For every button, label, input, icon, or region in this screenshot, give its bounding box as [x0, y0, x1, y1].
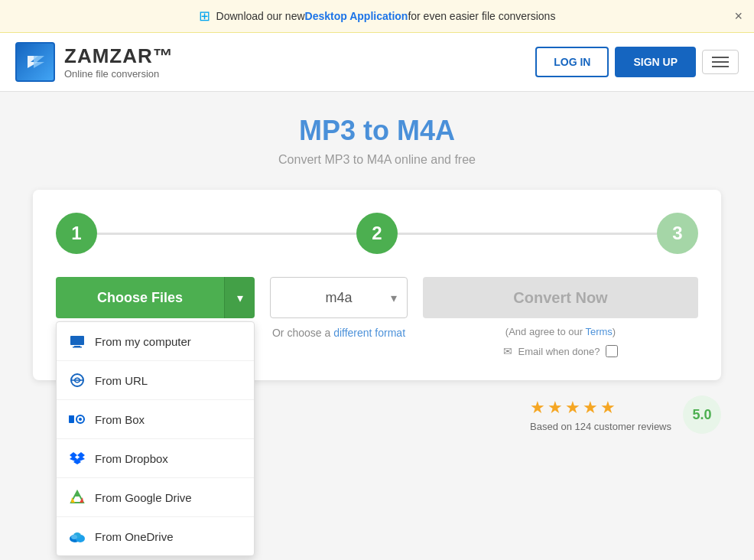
- zamzar-logo-icon: [15, 42, 55, 82]
- windows-icon: ⊞: [199, 8, 210, 24]
- signup-button[interactable]: SIGN UP: [615, 47, 696, 77]
- rating-text: Based on 124 customer reviews: [530, 421, 671, 432]
- star-5: ★: [600, 398, 616, 418]
- choose-files-area: Choose Files ▾: [56, 277, 255, 318]
- url-icon: [69, 372, 86, 389]
- choose-files-dropdown-arrow[interactable]: ▾: [224, 277, 255, 318]
- terms-link[interactable]: Terms: [585, 326, 612, 337]
- desktop-app-link[interactable]: Desktop Application: [305, 10, 408, 22]
- menu-bar-2: [712, 61, 729, 63]
- svg-rect-2: [70, 336, 84, 345]
- star-4: ★: [583, 398, 598, 418]
- step-1-circle: 1: [56, 213, 97, 254]
- star-1: ★: [530, 398, 545, 418]
- score-badge: 5.0: [683, 396, 721, 434]
- svg-rect-4: [73, 347, 82, 348]
- steps-row: 1 2 3: [56, 213, 698, 254]
- star-3: ★: [565, 398, 580, 418]
- format-select-wrapper: m4a mp3 aac wav ogg flac ▾: [270, 277, 408, 318]
- dropdown-item-computer-label: From my computer: [95, 335, 191, 348]
- format-hint: Or choose a different format: [272, 326, 405, 341]
- dropbox-icon: [69, 450, 86, 467]
- format-select[interactable]: m4a mp3 aac wav ogg flac: [270, 277, 408, 318]
- step-3-circle: 3: [657, 213, 698, 254]
- step-spacer-2: [398, 233, 657, 235]
- menu-bar-3: [712, 66, 729, 67]
- logo-title: ZAMZAR™: [64, 44, 174, 68]
- dropdown-item-computer[interactable]: From my computer: [57, 322, 254, 361]
- svg-marker-1: [34, 56, 44, 68]
- dropdown-item-gdrive-label: From Google Drive: [95, 491, 192, 504]
- svg-point-10: [79, 418, 82, 421]
- page-subtitle: Convert MP3 to M4A online and free: [278, 153, 476, 167]
- email-when-done-checkbox[interactable]: [606, 345, 618, 357]
- convert-area: Convert Now (And agree to our Terms) ✉ E…: [423, 277, 698, 357]
- box-icon: [69, 411, 86, 428]
- choose-files-dropdown-menu: From my computer From URL: [56, 321, 255, 556]
- banner-text-after: for even easier file conversions: [408, 10, 555, 22]
- stars-row: ★ ★ ★ ★ ★: [530, 398, 616, 418]
- dropdown-item-onedrive[interactable]: From OneDrive: [57, 517, 254, 555]
- format-hint-text: Or choose a: [272, 327, 333, 339]
- choose-files-main-button[interactable]: Choose Files: [56, 277, 224, 318]
- gdrive-icon: [69, 489, 86, 506]
- computer-icon: [69, 333, 86, 350]
- dropdown-item-gdrive[interactable]: From Google Drive: [57, 478, 254, 517]
- dropdown-item-box[interactable]: From Box: [57, 400, 254, 439]
- dropdown-item-dropbox-label: From Dropbox: [95, 452, 168, 465]
- email-icon: ✉: [503, 345, 512, 357]
- onedrive-icon: [69, 528, 86, 545]
- email-row: ✉ Email when done?: [423, 345, 698, 357]
- dropdown-item-url-label: From URL: [95, 374, 148, 387]
- dropdown-item-box-label: From Box: [95, 413, 145, 426]
- convert-terms: (And agree to our Terms): [423, 326, 698, 337]
- email-when-done-label: Email when done?: [518, 346, 600, 357]
- logo-text: ZAMZAR™ Online file conversion: [64, 44, 174, 80]
- conversion-card: 1 2 3 Choose Files ▾: [33, 190, 721, 380]
- logo-area: ZAMZAR™ Online file conversion: [15, 42, 174, 82]
- dropdown-item-url[interactable]: From URL: [57, 361, 254, 400]
- header-buttons: LOG IN SIGN UP: [535, 47, 739, 77]
- banner-close-button[interactable]: ×: [734, 8, 743, 24]
- logo-subtitle: Online file conversion: [64, 68, 174, 80]
- dropdown-item-onedrive-label: From OneDrive: [95, 530, 174, 543]
- header: ZAMZAR™ Online file conversion LOG IN SI…: [0, 33, 754, 92]
- controls-row: Choose Files ▾: [56, 277, 698, 357]
- dropdown-arrow-icon: ▾: [237, 291, 243, 305]
- page-title: MP3 to M4A: [299, 115, 455, 147]
- terms-text-before: (And agree to our: [505, 326, 586, 337]
- dropdown-item-dropbox[interactable]: From Dropbox: [57, 439, 254, 478]
- login-button[interactable]: LOG IN: [535, 47, 609, 77]
- format-area: m4a mp3 aac wav ogg flac ▾ Or choose a d…: [270, 277, 408, 341]
- menu-bar-1: [712, 57, 729, 58]
- rating-section: ★ ★ ★ ★ ★ Based on 124 customer reviews: [530, 398, 671, 432]
- svg-point-23: [71, 535, 77, 539]
- convert-now-button[interactable]: Convert Now: [423, 277, 698, 318]
- main-content: MP3 to M4A Convert MP3 to M4A online and…: [0, 92, 754, 449]
- step-2-circle: 2: [356, 213, 398, 254]
- terms-text-end: ): [613, 326, 616, 337]
- banner-text-before: Download our new: [216, 10, 305, 22]
- top-banner: ⊞ Download our new Desktop Application f…: [0, 0, 754, 33]
- hamburger-menu-button[interactable]: [702, 50, 739, 74]
- choose-files-button-group: Choose Files ▾: [56, 277, 255, 318]
- svg-rect-8: [69, 415, 74, 419]
- step-spacer-1: [97, 233, 356, 235]
- different-format-link[interactable]: different format: [333, 327, 405, 339]
- star-2: ★: [548, 398, 563, 418]
